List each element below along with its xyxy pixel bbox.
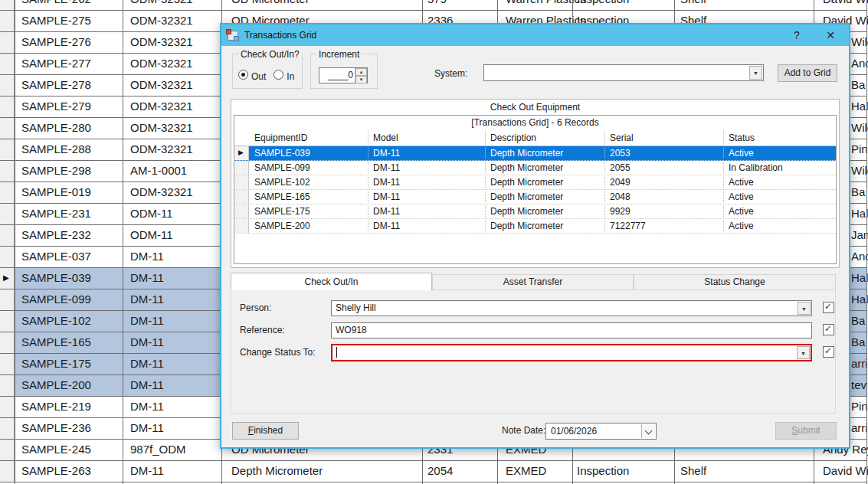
dropdown-arrow-icon[interactable]: ▼	[749, 66, 762, 80]
row-selector[interactable]	[0, 375, 15, 396]
current-row-marker-icon: ▶	[3, 273, 9, 282]
cell-equipment-id: SAMPLE-279	[21, 100, 91, 113]
column-header[interactable]: Serial	[604, 130, 723, 146]
grid-row-selector[interactable]	[234, 219, 249, 233]
grid-cell-desc: Depth Micrometer	[485, 177, 563, 188]
row-selector[interactable]	[0, 440, 15, 460]
increment-value[interactable]: ____0	[319, 68, 355, 83]
cell-model: ODM-32321	[130, 35, 193, 48]
change-status-combo[interactable]: ▼	[331, 344, 812, 361]
row-selector[interactable]	[0, 354, 15, 374]
spin-down-icon[interactable]: ▼	[355, 76, 367, 83]
person-checkbox[interactable]: ✓	[823, 302, 834, 313]
row-selector[interactable]	[0, 0, 15, 10]
person-combo[interactable]: Shelly Hill ▼	[331, 300, 812, 316]
add-to-grid-button[interactable]: Add to Grid	[778, 64, 837, 82]
finished-button[interactable]: Finished	[232, 422, 299, 440]
row-selector[interactable]	[0, 161, 15, 182]
increment-stepper[interactable]: ____0 ▲ ▼	[319, 67, 368, 83]
group-label: Check Out/In?	[238, 49, 302, 60]
radio-in[interactable]: In	[274, 70, 294, 82]
grid-row[interactable]: SAMPLE-200DM-11Depth Micrometer7122777Ac…	[234, 219, 836, 234]
cell-model: DM-11	[130, 421, 164, 434]
cell-equipment-id: SAMPLE-277	[21, 57, 91, 70]
row-selector[interactable]	[0, 397, 15, 417]
cell-company: Warren Plastics	[506, 0, 585, 5]
column-header[interactable]: Description	[485, 130, 604, 146]
cell-equipment-id: SAMPLE-039	[21, 271, 91, 284]
tab-check-out-in[interactable]: Check Out/In	[231, 273, 432, 290]
table-row[interactable]: SAMPLE-263DM-11Depth Micrometer2054EXMED…	[0, 461, 866, 482]
close-button[interactable]: ✕	[815, 25, 846, 46]
cell-model: 987f_ODM	[130, 443, 186, 456]
submit-button[interactable]: Submit	[775, 422, 837, 440]
cell-person: Wile	[851, 121, 868, 134]
grid-cell-desc: Depth Micrometer	[485, 206, 563, 217]
row-selector[interactable]	[0, 225, 15, 246]
row-selector[interactable]	[0, 118, 15, 139]
reference-checkbox[interactable]: ✓	[823, 324, 834, 335]
grid-row[interactable]: SAMPLE-175DM-11Depth Micrometer9929Activ…	[234, 204, 836, 219]
help-button[interactable]: ?	[781, 25, 812, 46]
column-header[interactable]: Status	[723, 130, 836, 146]
check-out-in-tabpage: Person: Shelly Hill ▼ ✓ Reference: WO918…	[231, 289, 836, 414]
row-selector[interactable]	[0, 182, 15, 203]
grid-row-selector[interactable]	[234, 190, 249, 204]
column-header[interactable]: Model	[368, 130, 485, 146]
row-selector[interactable]: ▶	[0, 268, 15, 289]
grid-row-selector[interactable]	[234, 175, 249, 189]
grid-row-selector[interactable]	[234, 204, 249, 218]
row-selector[interactable]	[0, 11, 15, 31]
person-label: Person:	[240, 302, 271, 313]
row-selector[interactable]	[0, 247, 15, 267]
reference-input[interactable]: WO918	[331, 322, 812, 338]
dropdown-arrow-icon[interactable]: ▼	[798, 302, 811, 315]
check-out-equipment-panel: Check Out Equipment [Transactions Grid] …	[231, 99, 840, 268]
grid-row[interactable]: SAMPLE-099DM-11Depth Micrometer2055In Ca…	[234, 161, 836, 175]
grid-header: EquipmentID Model Description Serial Sta…	[234, 130, 836, 146]
form-icon	[228, 31, 238, 41]
row-selector[interactable]	[0, 75, 15, 96]
check-icon: ✓	[824, 345, 832, 356]
row-selector[interactable]	[0, 54, 15, 74]
change-status-checkbox[interactable]: ✓	[823, 346, 834, 358]
grid-cell-serial: 7122777	[604, 221, 646, 231]
reference-label: Reference:	[240, 325, 285, 335]
cell-equipment-id: SAMPLE-298	[21, 164, 91, 177]
column-divider	[123, 0, 123, 484]
grid-row-selector[interactable]: ▶	[234, 146, 249, 160]
grid-row[interactable]: SAMPLE-165DM-11Depth Micrometer2048Activ…	[234, 190, 836, 204]
cell-location: Shelf	[680, 464, 706, 477]
date-dropdown-icon[interactable]	[641, 424, 655, 438]
cell-model: DM-11	[130, 357, 164, 370]
column-header[interactable]: EquipmentID	[250, 130, 368, 146]
row-selector[interactable]	[0, 139, 15, 160]
row-selector[interactable]	[0, 289, 15, 310]
cell-equipment-id: SAMPLE-232	[21, 228, 91, 241]
radio-out[interactable]: Out	[238, 70, 266, 82]
note-date-label: Note Date:	[502, 425, 545, 436]
table-row[interactable]: SAMPLE-262ODM-32321OD Micrometer579Warre…	[0, 0, 866, 11]
row-selector[interactable]	[0, 418, 15, 439]
spinner: ▲ ▼	[355, 68, 367, 83]
dropdown-arrow-icon[interactable]: ▼	[797, 346, 810, 359]
row-selector[interactable]	[0, 204, 15, 224]
grid-cell-model: DM-11	[368, 162, 400, 173]
row-selector[interactable]	[0, 332, 15, 353]
note-date-picker[interactable]: 01/06/2026	[545, 423, 657, 440]
row-selector[interactable]	[0, 96, 15, 117]
cell-person: And	[851, 57, 868, 70]
grid-row[interactable]: ▶SAMPLE-039DM-11Depth Micrometer2053Acti…	[234, 146, 836, 161]
cell-person: Hals	[851, 293, 868, 306]
spin-up-icon[interactable]: ▲	[355, 68, 367, 76]
tab-asset-transfer[interactable]: Asset Transfer	[432, 274, 634, 290]
grid-row[interactable]: SAMPLE-102DM-11Depth Micrometer2049Activ…	[234, 175, 836, 190]
row-selector[interactable]	[0, 461, 15, 482]
grid-row-selector[interactable]	[234, 161, 249, 175]
row-selector[interactable]	[0, 311, 15, 332]
tab-status-change[interactable]: Status Change	[634, 274, 836, 290]
note-date-value: 01/06/2026	[551, 426, 597, 437]
row-selector[interactable]	[0, 32, 15, 53]
dialog-titlebar[interactable]: Transactions Grid ? ✕	[221, 25, 849, 46]
system-combo[interactable]: ▼	[483, 64, 764, 81]
